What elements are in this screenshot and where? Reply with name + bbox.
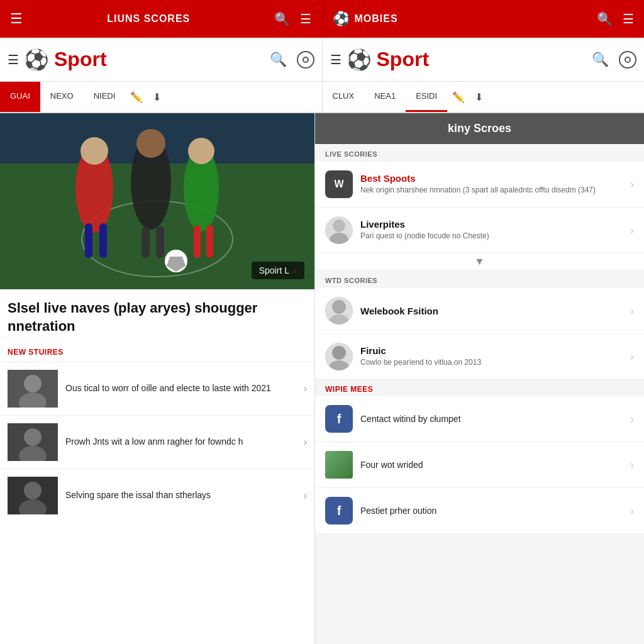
- score-subtitle-1: Nek origin sharshee nmnation (3 spart al…: [360, 185, 623, 196]
- search-icon-top-right[interactable]: 🔍: [597, 11, 613, 26]
- media-arrow-1: ›: [630, 413, 634, 426]
- tab-guai[interactable]: GUAI: [0, 82, 40, 112]
- brand-bar-left: ☰ ⚽ Sport 🔍: [0, 38, 323, 81]
- score-title-2: Liverpites: [360, 219, 623, 230]
- score-subtitle-2: Pari quest io (nodie focude no Cheste): [360, 231, 623, 242]
- svg-point-31: [332, 346, 346, 360]
- media-arrow-2: ›: [630, 458, 634, 472]
- score-title-wtd-2: Firuic: [360, 345, 623, 356]
- score-info-2: Liverpites Pari quest io (nodie focude n…: [360, 219, 623, 242]
- news-arrow-1: ›: [304, 383, 307, 394]
- news-item-3[interactable]: Selving spare the issal than stherlays ›: [0, 469, 314, 522]
- expand-icon[interactable]: ▼: [475, 256, 485, 267]
- score-subtitle-wtd-2: Cowlo be pearíend to vitlua.on 2013: [360, 357, 623, 368]
- scores-header: kiny Scroes: [315, 113, 644, 144]
- soccer-ball-brand-right: ⚽: [347, 48, 372, 72]
- news-item-1[interactable]: Ous tical to worr of oille and electe to…: [0, 362, 314, 415]
- news-thumb-3-svg: [8, 477, 58, 514]
- story-main: Slsel live naves (play aryes) shougger n…: [0, 289, 314, 345]
- media-text-2: Four wot wrided: [360, 460, 623, 470]
- live-score-item-1[interactable]: W Best Spoots Nek origin sharshee nmnati…: [315, 162, 644, 208]
- hero-badge-arrow: ›: [294, 265, 297, 275]
- media-image-2: [325, 451, 353, 479]
- news-thumb-1: [8, 370, 58, 408]
- tab-esidi[interactable]: ESIDI: [406, 82, 447, 112]
- facebook-icon-3: f: [325, 497, 353, 525]
- score-arrow-2: ›: [630, 224, 634, 237]
- svg-rect-12: [156, 226, 164, 258]
- svg-point-23: [24, 482, 42, 499]
- left-panel: Spoirt L › Slsel live naves (play aryes)…: [0, 113, 314, 644]
- score-arrow-wtd-1: ›: [630, 304, 634, 318]
- tab-icon-download-right[interactable]: ⬇: [470, 82, 488, 112]
- score-title-1: Best Spoots: [360, 173, 623, 184]
- app-title-right: MOBIES: [355, 13, 398, 25]
- soccer-ball-brand-left: ⚽: [24, 48, 49, 72]
- score-info-wtd-2: Firuic Cowlo be pearíend to vitlua.on 20…: [360, 345, 623, 368]
- score-arrow-wtd-2: ›: [630, 350, 634, 364]
- svg-rect-9: [85, 223, 92, 258]
- score-badge-1: W: [325, 170, 353, 198]
- new-stories-label: NEW STUIRES: [0, 345, 314, 362]
- target-icon-right[interactable]: [619, 51, 636, 69]
- svg-point-20: [24, 428, 42, 446]
- search-icon-brand-left[interactable]: 🔍: [270, 52, 287, 68]
- hamburger-brand-right[interactable]: ☰: [330, 52, 341, 67]
- divider-arrow: ▼: [315, 253, 644, 270]
- svg-point-28: [332, 300, 346, 314]
- news-arrow-2: ›: [304, 436, 307, 448]
- facebook-icon-1: f: [325, 405, 353, 433]
- svg-point-25: [333, 219, 345, 232]
- wtd-score-item-1[interactable]: Welebook Fsition ›: [315, 288, 644, 334]
- wipie-label: WIPIE MEES: [325, 385, 634, 394]
- tabs-left: GUAI NEXO NIEDI ✏️ ⬇: [0, 82, 323, 113]
- live-score-item-2[interactable]: Liverpites Pari quest io (nodie focude n…: [315, 208, 644, 253]
- tabs-right: CLUX NEA1 ESIDI ✏️ ⬇: [323, 82, 645, 113]
- hero-badge: Spoirt L ›: [252, 262, 304, 279]
- media-item-1[interactable]: f Centact witind by cłumpet ›: [315, 396, 644, 442]
- top-bar-left: ☰ LIUNS SCORES 🔍 ☰: [0, 0, 323, 38]
- news-text-2: Prowh Jnts wit a low anm ragher for fown…: [65, 436, 296, 448]
- menu-icon-top-left[interactable]: ☰: [300, 11, 311, 26]
- tab-nea1[interactable]: NEA1: [364, 82, 406, 112]
- tab-clux[interactable]: CLUX: [323, 82, 365, 112]
- tab-icon-edit-left[interactable]: ✏️: [125, 82, 148, 112]
- tab-icon-edit-right[interactable]: ✏️: [447, 82, 470, 112]
- svg-point-17: [24, 375, 42, 392]
- tab-niedi[interactable]: NIEDI: [84, 82, 126, 112]
- tab-icon-download-left[interactable]: ⬇: [148, 82, 166, 112]
- brand-bar-right: ☰ ⚽ Sport 🔍: [323, 38, 645, 81]
- news-text-3: Selving spare the issal than stherlays: [65, 489, 296, 502]
- hamburger-brand-left[interactable]: ☰: [8, 52, 19, 67]
- avatar-svg-2: [325, 216, 353, 244]
- media-text-3: Pestiet prher oution: [360, 506, 623, 516]
- search-icon-top-left[interactable]: 🔍: [274, 11, 290, 26]
- tab-nexo[interactable]: NEXO: [40, 82, 84, 112]
- avatar-svg-wtd-2: [325, 343, 353, 370]
- media-item-2[interactable]: Four wot wrided ›: [315, 442, 644, 488]
- target-inner-left: [303, 57, 309, 63]
- score-info-wtd-1: Welebook Fsition: [360, 306, 623, 316]
- hamburger-top-left[interactable]: ☰: [10, 11, 23, 27]
- media-arrow-3: ›: [630, 504, 634, 518]
- search-icon-brand-right[interactable]: 🔍: [592, 52, 609, 68]
- news-item-2[interactable]: Prowh Jnts wit a low anm ragher for fown…: [0, 415, 314, 469]
- live-section-label: LIVE SCORIES: [315, 144, 644, 162]
- media-item-3[interactable]: f Pestiet prher oution ›: [315, 488, 644, 534]
- avatar-svg-wtd-1: [325, 297, 353, 325]
- wtd-score-item-2[interactable]: Firuic Cowlo be pearíend to vitlua.on 20…: [315, 334, 644, 380]
- news-thumb-1-svg: [8, 370, 58, 408]
- wipie-section: WIPIE MEES: [315, 380, 644, 396]
- news-thumb-2-svg: [8, 423, 58, 461]
- brand-title-left: Sport: [54, 48, 265, 71]
- app-title-left: LIUNS SCORES: [107, 13, 190, 25]
- svg-point-6: [136, 129, 165, 158]
- svg-point-4: [80, 137, 108, 165]
- score-avatar-wtd-1: [325, 297, 353, 325]
- target-icon-left[interactable]: [297, 51, 314, 69]
- target-inner-right: [625, 57, 631, 63]
- score-avatar-wtd-2: [325, 343, 353, 370]
- top-bar-right: ⚽ MOBIES 🔍 ☰: [323, 0, 645, 38]
- news-thumb-3: [8, 477, 58, 514]
- menu-icon-top-right[interactable]: ☰: [623, 11, 634, 26]
